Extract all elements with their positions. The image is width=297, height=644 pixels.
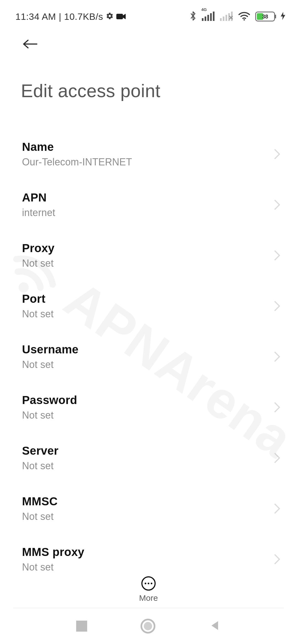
more-button[interactable]: More: [139, 576, 158, 603]
status-net-speed: 10.7KB/s: [64, 11, 103, 22]
navigation-bar: [0, 608, 297, 644]
nav-recents-button[interactable]: [76, 621, 87, 632]
camera-icon: [116, 11, 126, 22]
svg-rect-9: [228, 13, 230, 21]
signal-sim1-icon: 4G: [202, 11, 215, 22]
row-value: Not set: [22, 460, 267, 472]
chevron-right-icon: [273, 301, 281, 312]
more-icon: [141, 576, 156, 591]
signal-sim2-icon: [220, 11, 233, 22]
status-bar: 11:34 AM | 10.7KB/s 4G 38: [0, 0, 297, 25]
status-sep: |: [59, 11, 61, 22]
chevron-right-icon: [273, 503, 281, 514]
row-value: internet: [22, 207, 267, 219]
row-value: Not set: [22, 511, 267, 522]
svg-rect-4: [210, 13, 212, 21]
row-title: MMSC: [22, 495, 267, 508]
status-time: 11:34 AM: [15, 11, 56, 22]
signal-net-label: 4G: [201, 7, 207, 12]
row-value: Not set: [22, 561, 267, 573]
more-label: More: [139, 593, 158, 603]
chevron-right-icon: [273, 199, 281, 210]
quick-actions-bar: More: [0, 576, 297, 603]
svg-rect-8: [226, 15, 227, 21]
row-title: MMS proxy: [22, 545, 267, 559]
back-button[interactable]: [22, 35, 40, 53]
row-title: APN: [22, 191, 267, 204]
svg-rect-6: [220, 18, 222, 21]
page-title: Edit access point: [0, 53, 297, 101]
chevron-right-icon: [273, 402, 281, 413]
wifi-icon: [238, 11, 250, 22]
row-value: Our-Telecom-INTERNET: [22, 156, 267, 168]
svg-point-11: [244, 19, 245, 21]
chevron-right-icon: [273, 554, 281, 565]
battery-icon: 38: [255, 12, 275, 21]
gear-icon: [106, 11, 114, 22]
row-title: Server: [22, 444, 267, 457]
svg-point-12: [16, 280, 31, 294]
svg-rect-0: [116, 14, 123, 19]
row-title: Name: [22, 140, 267, 154]
chevron-right-icon: [273, 452, 281, 463]
row-apn[interactable]: APN internet: [0, 179, 297, 230]
svg-rect-5: [213, 12, 215, 21]
chevron-right-icon: [273, 149, 281, 160]
battery-percentage: 38: [256, 13, 274, 20]
row-name[interactable]: Name Our-Telecom-INTERNET: [0, 129, 297, 179]
svg-rect-2: [205, 17, 206, 21]
bluetooth-icon: [189, 11, 197, 22]
svg-rect-3: [207, 15, 209, 21]
svg-rect-1: [202, 18, 204, 21]
nav-back-button[interactable]: [209, 620, 221, 633]
row-mmsc[interactable]: MMSC Not set: [0, 483, 297, 534]
nav-home-button[interactable]: [141, 619, 155, 634]
chevron-right-icon: [273, 250, 281, 261]
svg-rect-7: [223, 17, 224, 21]
charging-icon: [280, 12, 286, 21]
chevron-right-icon: [273, 351, 281, 362]
